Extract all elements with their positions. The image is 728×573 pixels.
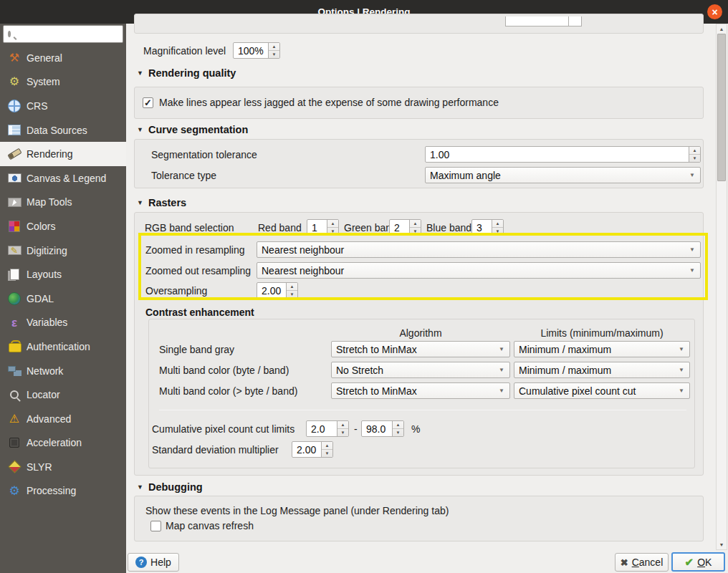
sidebar-item-crs[interactable]: CRS	[0, 94, 126, 118]
gear-wrench-icon: ⚙	[6, 74, 23, 89]
cancel-button[interactable]: ✖ Cancel	[615, 553, 669, 572]
sidebar-item-variables[interactable]: εVariables	[0, 311, 126, 335]
collapse-arrow-icon[interactable]: ▼	[137, 126, 143, 133]
section-title: Rendering quality	[148, 67, 236, 79]
sidebar-item-general[interactable]: ⚒General	[0, 46, 126, 70]
collapse-arrow-icon[interactable]: ▼	[137, 69, 143, 77]
magnification-spinbox[interactable]: 100% ▲▼	[233, 42, 280, 59]
scrollbar-thumb[interactable]	[717, 34, 726, 181]
sidebar-item-gdal[interactable]: GDAL	[0, 286, 126, 311]
stddev-multiplier-spinbox[interactable]: 2.00 ▲▼	[292, 441, 333, 458]
collapse-arrow-icon[interactable]: ▼	[137, 483, 143, 491]
spin-up-icon[interactable]: ▲	[322, 442, 332, 450]
log-events-info-label: Show these events in the Log Message pan…	[145, 503, 449, 519]
single-band-gray-algorithm-dropdown[interactable]: Stretch to MinMax ▼	[331, 341, 510, 357]
sidebar-item-digitizing[interactable]: ✎Digitizing	[0, 239, 126, 263]
vertical-scrollbar[interactable]: ▲ ▼	[716, 24, 727, 550]
help-icon: ?	[135, 557, 147, 568]
spin-down-icon[interactable]: ▼	[689, 155, 700, 162]
multi-band-byte-algorithm-dropdown[interactable]: No Stretch ▼	[331, 362, 510, 378]
help-button[interactable]: ? Help	[128, 553, 179, 572]
antialias-checkbox[interactable]: ✓	[143, 97, 153, 108]
spin-down-icon[interactable]: ▼	[410, 228, 421, 235]
cumulative-cut-limits-label: Cumulative pixel count cut limits	[152, 421, 294, 437]
sidebar-item-authentication[interactable]: Authentication	[0, 334, 126, 359]
chevron-down-icon: ▼	[674, 387, 689, 394]
spin-up-icon[interactable]: ▲	[393, 421, 403, 429]
sidebar-item-canvas-legend[interactable]: Canvas & Legend	[0, 166, 126, 191]
spin-up-icon[interactable]: ▲	[269, 43, 279, 51]
antialias-label: Make lines appear less jagged at the exp…	[159, 95, 499, 110]
globe-icon	[8, 100, 21, 112]
spin-down-icon[interactable]: ▼	[327, 228, 338, 235]
sidebar-item-colors[interactable]: Colors	[0, 214, 126, 239]
spin-down-icon[interactable]: ▼	[337, 429, 348, 436]
sidebar-items: ⚒General ⚙System CRS Data Sources Render…	[0, 46, 126, 503]
multi-band-byte-limits-dropdown[interactable]: Minimum / maximum ▼	[514, 362, 690, 378]
sidebar-item-system[interactable]: ⚙System	[0, 70, 126, 95]
magnification-label: Magnification level	[143, 43, 226, 59]
sidebar-item-label: SLYR	[27, 461, 52, 473]
chevron-down-icon: ▼	[494, 346, 509, 352]
zoomed-in-resampling-label: Zoomed in resampling	[145, 242, 245, 258]
search-box[interactable]	[3, 25, 123, 43]
sidebar-item-network[interactable]: Network	[0, 359, 126, 383]
sidebar-item-rendering[interactable]: Rendering	[0, 142, 126, 166]
cut-min-spinbox[interactable]: 2.0 ▲▼	[306, 420, 349, 437]
spin-down-icon[interactable]: ▼	[492, 228, 503, 235]
collapse-arrow-icon[interactable]: ▼	[137, 199, 143, 206]
single-band-gray-limits-dropdown[interactable]: Minimum / maximum ▼	[514, 341, 690, 357]
sidebar-item-advanced[interactable]: ⚠Advanced	[0, 407, 126, 431]
spin-buttons: ▲▼	[689, 147, 700, 162]
sidebar-item-label: Rendering	[27, 148, 73, 160]
close-button[interactable]: ×	[707, 4, 722, 19]
zoomed-in-resampling-dropdown[interactable]: Nearest neighbour ▼	[257, 241, 701, 258]
scroll-up-icon[interactable]: ▲	[717, 24, 727, 34]
sidebar-item-processing[interactable]: ⚙Processing	[0, 479, 126, 504]
spin-down-icon[interactable]: ▼	[393, 429, 403, 436]
map-pencil-icon: ✎	[8, 246, 21, 255]
spin-down-icon[interactable]: ▼	[322, 450, 332, 457]
sidebar-item-label: Variables	[27, 317, 67, 328]
spin-down-icon[interactable]: ▼	[269, 51, 279, 58]
chip-icon	[9, 438, 19, 448]
green-band-spinbox[interactable]: 2 ▲▼	[389, 219, 421, 236]
segmentation-tolerance-spinbox[interactable]: 1.00 ▲▼	[425, 146, 701, 163]
blue-band-spinbox[interactable]: 3 ▲▼	[471, 219, 504, 236]
sidebar-item-layouts[interactable]: Layouts	[0, 262, 126, 286]
oversampling-label: Oversampling	[145, 283, 207, 299]
multi-band-gt-byte-algorithm-dropdown[interactable]: Stretch to MinMax ▼	[331, 382, 510, 399]
sidebar-item-acceleration[interactable]: Acceleration	[0, 431, 126, 456]
spin-up-icon[interactable]: ▲	[410, 220, 421, 228]
oversampling-spinbox[interactable]: 2.00 ▲▼	[257, 282, 298, 299]
sidebar-item-locator[interactable]: Locator	[0, 382, 126, 407]
epsilon-icon: ε	[6, 315, 23, 329]
spin-buttons: ▲▼	[321, 442, 332, 457]
search-input[interactable]	[14, 27, 140, 42]
page-icon	[10, 269, 19, 280]
spin-down-icon[interactable]: ▼	[287, 291, 297, 298]
map-canvas-refresh-checkbox[interactable]: ✓	[150, 521, 161, 531]
sidebar-item-slyr[interactable]: SLYR	[0, 455, 126, 479]
spin-up-icon[interactable]: ▲	[337, 421, 348, 429]
scroll-down-icon[interactable]: ▼	[717, 540, 727, 549]
multi-band-gt-byte-limits-dropdown[interactable]: Cumulative pixel count cut ▼	[514, 382, 690, 399]
section-rendering-quality: ▼ Rendering quality	[137, 67, 236, 79]
spin-up-icon[interactable]: ▲	[492, 220, 503, 228]
cut-max-spinbox[interactable]: 98.0 ▲▼	[361, 420, 404, 437]
sidebar-item-label: System	[27, 76, 60, 87]
cancel-button-label: Cancel	[632, 557, 664, 568]
zoomed-out-resampling-dropdown[interactable]: Nearest neighbour ▼	[257, 262, 701, 279]
search-icon	[8, 31, 11, 37]
spin-buttons: ▲▼	[327, 220, 338, 235]
range-dash: -	[354, 421, 358, 437]
spin-up-icon[interactable]: ▲	[327, 220, 338, 228]
sidebar-item-map-tools[interactable]: Map Tools	[0, 191, 126, 215]
tolerance-type-dropdown[interactable]: Maximum angle ▼	[425, 167, 701, 183]
chevron-down-icon: ▼	[684, 172, 700, 178]
spin-up-icon[interactable]: ▲	[287, 283, 297, 291]
ok-button[interactable]: ✔ OK	[671, 552, 725, 572]
red-band-spinbox[interactable]: 1 ▲▼	[307, 219, 339, 236]
spin-up-icon[interactable]: ▲	[689, 147, 700, 155]
sidebar-item-data-sources[interactable]: Data Sources	[0, 118, 126, 143]
